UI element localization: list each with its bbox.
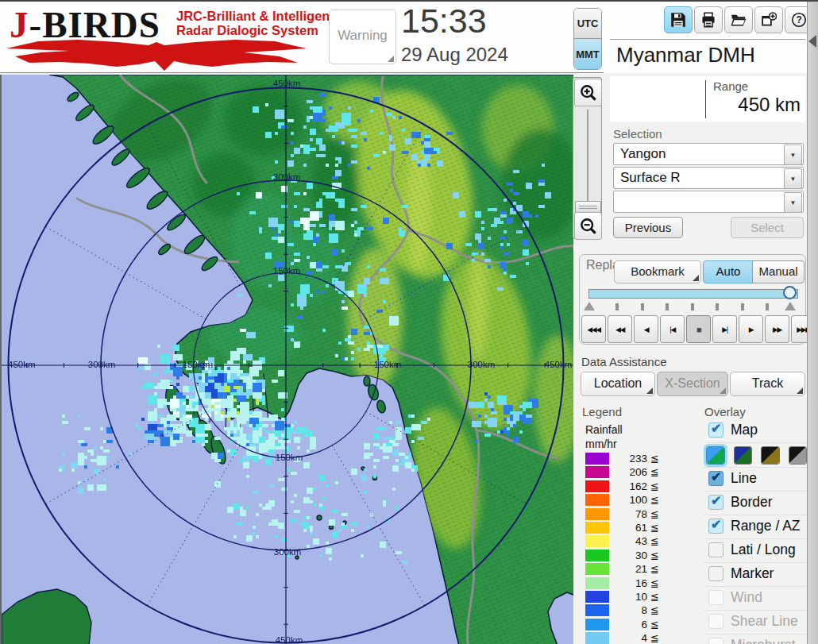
track-button[interactable]: Track <box>730 372 805 396</box>
checkbox[interactable] <box>708 614 723 629</box>
toolbar: ? <box>664 6 813 33</box>
slider-tick <box>741 303 744 310</box>
overlay-item-range-az[interactable]: ✔Range / AZ <box>704 515 807 539</box>
legend-color-swatch <box>585 563 609 575</box>
select-button[interactable]: Select <box>731 217 804 238</box>
overlay-label: Range / AZ <box>731 518 801 534</box>
legend-color-swatch <box>585 577 609 589</box>
play-button[interactable]: ▶ <box>739 315 763 343</box>
overlay-item-map[interactable]: ✔Map <box>704 419 807 443</box>
step-forward-button[interactable]: ▶| <box>712 315 737 343</box>
header-bar: J-BIRDS JRC-Brilliant & Intelligent Rada… <box>0 2 818 73</box>
legend-row: 16≦ <box>585 577 665 590</box>
replay-slider-track[interactable] <box>588 289 798 299</box>
chevron-down-icon[interactable]: ▼ <box>784 145 802 165</box>
checkbox[interactable] <box>708 638 723 644</box>
location-button[interactable]: Location <box>581 372 655 396</box>
step-back-button[interactable]: |◀ <box>660 315 685 343</box>
overlay-item-wind[interactable]: Wind <box>704 587 807 611</box>
overlay-label: Line <box>731 470 757 487</box>
manual-button[interactable]: Manual <box>752 260 804 283</box>
radar-map-canvas: 450km300km150km150km300km450km450km300km… <box>2 75 573 644</box>
ring-distance-label: 150km <box>273 266 301 276</box>
help-icon: ? <box>791 12 807 28</box>
mmt-button[interactable]: MMT <box>574 39 601 69</box>
check-icon: ✔ <box>711 493 721 508</box>
zoom-in-button[interactable] <box>574 79 602 106</box>
slider-tick <box>666 303 669 310</box>
chevron-down-icon[interactable]: ▼ <box>784 168 802 189</box>
map-style-swatch[interactable] <box>789 446 808 465</box>
ring-distance-label: 150km <box>183 360 210 369</box>
eagle-logo-icon <box>5 38 308 71</box>
previous-button[interactable]: Previous <box>613 217 683 238</box>
option-select[interactable]: ▼ <box>613 191 804 213</box>
stop-button[interactable]: ■ <box>686 315 711 343</box>
ring-distance-label: 450km <box>276 635 303 644</box>
checkbox[interactable]: ✔ <box>708 422 723 438</box>
legend-color-swatch <box>585 466 609 478</box>
map-style-swatch[interactable] <box>761 446 780 465</box>
open-folder-button[interactable] <box>724 6 753 33</box>
map-style-swatch[interactable] <box>734 446 753 465</box>
play-backward-button[interactable]: ◀ <box>634 315 658 343</box>
slider-start-marker[interactable] <box>584 302 595 310</box>
jbirds-window: J-BIRDS JRC-Brilliant & Intelligent Rada… <box>0 0 818 644</box>
checkbox[interactable] <box>708 566 723 581</box>
ring-distance-label: 300km <box>274 547 302 557</box>
legend-color-swatch <box>585 535 609 547</box>
checkbox[interactable] <box>708 590 723 605</box>
radar-map[interactable]: 450km300km150km150km300km450km450km300km… <box>0 75 573 644</box>
checkbox[interactable]: ✔ <box>708 519 723 534</box>
overlay-item-border[interactable]: ✔Border <box>704 492 807 515</box>
x-section-button[interactable]: X-Section <box>657 372 728 396</box>
rewind-button[interactable]: ◀◀ <box>608 315 632 343</box>
warning-button[interactable]: Warning <box>329 10 396 64</box>
slider-end-marker[interactable] <box>785 302 796 310</box>
utc-button[interactable]: UTC <box>574 9 601 39</box>
legend-color-swatch <box>585 604 609 616</box>
checkbox[interactable]: ✔ <box>708 471 723 486</box>
slider-tick <box>641 303 644 310</box>
clock-time: 15:33 <box>401 2 487 40</box>
legend-row: 10≦ <box>585 590 665 604</box>
overlay-label: Marker <box>731 565 774 582</box>
legend-value: 100 <box>612 494 647 506</box>
site-select[interactable]: Yangon ▼ <box>613 143 804 165</box>
auto-button[interactable]: Auto <box>703 260 754 283</box>
add-window-button[interactable] <box>754 6 783 33</box>
chevron-down-icon[interactable]: ▼ <box>784 192 802 213</box>
lte-symbol: ≦ <box>650 604 659 616</box>
overlay-item-microburst[interactable]: Microburst <box>704 634 807 644</box>
product-select[interactable]: Surface R ▼ <box>613 167 804 189</box>
legend-row: 21≦ <box>585 562 665 576</box>
collapse-panel-icon[interactable] <box>808 35 816 48</box>
legend-scale: 233≦206≦162≦100≦78≦61≦43≦30≦21≦16≦10≦8≦6… <box>585 452 665 644</box>
checkbox[interactable] <box>708 542 723 557</box>
bookmark-button[interactable]: Bookmark <box>614 260 701 283</box>
map-style-swatches <box>704 443 807 468</box>
check-icon: ✔ <box>711 469 721 484</box>
map-style-swatch[interactable] <box>706 446 725 465</box>
legend-value: 162 <box>612 480 647 492</box>
clock-date: 29 Aug 2024 <box>401 44 508 66</box>
check-icon: ✔ <box>711 517 721 532</box>
legend-value: 21 <box>612 563 647 575</box>
replay-slider-handle[interactable] <box>783 286 797 299</box>
checkbox[interactable]: ✔ <box>708 495 723 510</box>
print-button[interactable] <box>694 6 723 33</box>
overlay-item-lati-long[interactable]: Lati / Long <box>704 539 807 563</box>
zoom-out-button[interactable] <box>574 212 602 240</box>
save-button[interactable] <box>664 6 693 33</box>
overlay-item-line[interactable]: ✔Line <box>704 468 807 492</box>
zoom-slider-track[interactable] <box>587 110 588 203</box>
jump-start-button[interactable]: ◀◀◀ <box>581 315 606 343</box>
overlay-item-marker[interactable]: Marker <box>704 563 807 587</box>
menu-corner-icon <box>693 275 699 281</box>
overlay-item-shear-line[interactable]: Shear Line <box>704 611 807 634</box>
forward-button[interactable]: ▶▶ <box>765 315 789 343</box>
lte-symbol: ≦ <box>650 453 659 465</box>
print-icon <box>700 12 716 28</box>
lte-symbol: ≦ <box>650 494 659 506</box>
panel-edge-strip[interactable] <box>807 2 818 644</box>
